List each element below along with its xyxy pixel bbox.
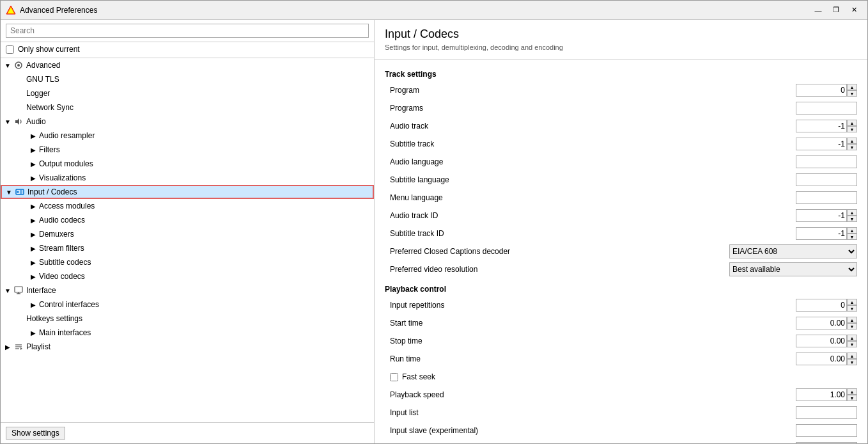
sidebar-item-access-modules[interactable]: ▶ Access modules <box>1 199 374 213</box>
program-spinbox-up[interactable]: ▲ <box>847 84 857 90</box>
sidebar-item-hotkeys-settings[interactable]: Hotkeys settings <box>1 312 374 326</box>
only-show-current-checkbox[interactable] <box>6 45 14 54</box>
playback-speed-spinbox-up[interactable]: ▲ <box>847 388 857 395</box>
input-list-input[interactable] <box>796 406 857 419</box>
sidebar-item-playlist[interactable]: ▶ Playlist <box>1 340 374 354</box>
sidebar-item-logger[interactable]: Logger <box>1 86 374 100</box>
playback-speed-spinbox-input[interactable] <box>796 388 847 401</box>
setting-label-input-slave: Input slave (experimental) <box>385 426 796 435</box>
page-subtitle: Settings for input, demultiplexing, deco… <box>385 44 857 51</box>
playback-speed-spinbox-down[interactable]: ▼ <box>847 395 857 401</box>
playback-speed-spinbox-buttons: ▲ ▼ <box>847 388 857 401</box>
run-time-spinbox-up[interactable]: ▲ <box>847 353 857 359</box>
sidebar-item-audio[interactable]: ▼ Audio <box>1 115 374 129</box>
setting-control-menu-language <box>796 191 857 204</box>
sidebar-item-subtitle-codecs[interactable]: ▶ Subtitle codecs <box>1 255 374 269</box>
setting-control-preferred-video-res: Best available 4K 1080p 720p 480p <box>729 262 857 276</box>
section-header-track-settings: Track settings <box>385 70 857 79</box>
menu-language-input[interactable] <box>796 191 857 204</box>
page-title: Input / Codecs <box>385 28 857 41</box>
chevron-down-icon: ▼ <box>3 117 12 126</box>
audio-track-spinbox-input[interactable] <box>796 120 847 132</box>
input-repetitions-spinbox-input[interactable] <box>796 299 847 312</box>
chevron-right-icon: ▶ <box>29 230 38 239</box>
sidebar-item-interface[interactable]: ▼ Interface <box>1 283 374 297</box>
setting-control-subtitle-track-id: ▲ ▼ <box>796 227 857 240</box>
stop-time-spinbox-input[interactable] <box>796 335 847 347</box>
audio-track-spinbox-up[interactable]: ▲ <box>847 120 857 126</box>
subtitle-track-spinbox-up[interactable]: ▲ <box>847 138 857 144</box>
spacer <box>16 103 25 112</box>
start-time-spinbox-input[interactable] <box>796 317 847 329</box>
program-spinbox-buttons: ▲ ▼ <box>847 84 857 97</box>
subtitle-track-id-spinbox-buttons: ▲ ▼ <box>847 227 857 240</box>
input-repetitions-spinbox-down[interactable]: ▼ <box>847 305 857 312</box>
programs-text-input[interactable] <box>796 102 857 115</box>
sidebar-item-video-codecs[interactable]: ▶ Video codecs <box>1 269 374 283</box>
sidebar-item-gnu-tls[interactable]: GNU TLS <box>1 72 374 86</box>
chevron-right-icon: ▶ <box>29 159 38 168</box>
maximize-button[interactable]: ❐ <box>828 4 844 17</box>
audio-track-spinbox-buttons: ▲ ▼ <box>847 120 857 132</box>
sidebar-item-label-main-interfaces: Main interfaces <box>39 328 91 337</box>
audio-track-id-spinbox-input[interactable] <box>796 209 847 222</box>
chevron-right-icon: ▶ <box>29 258 38 267</box>
sidebar-item-advanced[interactable]: ▼ Advanced <box>1 58 374 72</box>
setting-row-preferred-video-res: Preferred video resolution Best availabl… <box>385 262 857 277</box>
input-repetitions-spinbox-up[interactable]: ▲ <box>847 299 857 305</box>
preferred-video-res-dropdown[interactable]: Best available 4K 1080p 720p 480p <box>729 262 857 276</box>
sidebar-item-label-subtitle-codecs: Subtitle codecs <box>39 258 91 267</box>
setting-control-audio-track-id: ▲ ▼ <box>796 209 857 222</box>
tree-container: ▼ Advanced GNU TLS Logger Network Sync <box>1 58 374 422</box>
setting-row-fast-seek: Fast seek <box>385 369 857 385</box>
setting-control-program: ▲ ▼ <box>796 84 857 97</box>
stop-time-spinbox-up[interactable]: ▲ <box>847 335 857 341</box>
sidebar-item-visualizations[interactable]: ▶ Visualizations <box>1 171 374 185</box>
show-settings-button[interactable]: Show settings <box>6 427 65 440</box>
input-repetitions-spinbox-buttons: ▲ ▼ <box>847 299 857 312</box>
minimize-button[interactable]: — <box>810 4 826 17</box>
setting-row-program: Program ▲ ▼ <box>385 83 857 98</box>
only-show-current-label: Only show current <box>18 45 80 54</box>
setting-row-bookmarks-list: Bookmarks list for a stream <box>385 441 857 443</box>
preferred-cc-decoder-dropdown[interactable]: EIA/CEA 608 EIA/CEA 708 <box>729 244 857 258</box>
sidebar-item-output-modules[interactable]: ▶ Output modules <box>1 157 374 171</box>
sidebar-item-stream-filters[interactable]: ▶ Stream filters <box>1 241 374 255</box>
setting-control-audio-track: ▲ ▼ <box>796 120 857 132</box>
start-time-spinbox-down[interactable]: ▼ <box>847 323 857 329</box>
audio-track-id-spinbox-down[interactable]: ▼ <box>847 216 857 222</box>
sidebar-item-label-audio: Audio <box>26 117 46 126</box>
run-time-spinbox-input[interactable] <box>796 353 847 365</box>
sidebar-item-label-control-interfaces: Control interfaces <box>39 300 99 309</box>
run-time-spinbox-down[interactable]: ▼ <box>847 359 857 365</box>
setting-control-start-time: ▲ ▼ <box>796 317 857 329</box>
sidebar-item-audio-resampler[interactable]: ▶ Audio resampler <box>1 129 374 143</box>
subtitle-track-spinbox-down[interactable]: ▼ <box>847 144 857 150</box>
start-time-spinbox-up[interactable]: ▲ <box>847 317 857 323</box>
sidebar-item-network-sync[interactable]: Network Sync <box>1 100 374 115</box>
audio-language-input[interactable] <box>796 155 857 168</box>
program-spinbox-input[interactable] <box>796 84 847 97</box>
chevron-right-icon: ▶ <box>29 272 38 281</box>
subtitle-track-id-spinbox-up[interactable]: ▲ <box>847 227 857 234</box>
input-slave-input[interactable] <box>796 424 857 437</box>
sidebar-item-control-interfaces[interactable]: ▶ Control interfaces <box>1 297 374 312</box>
fast-seek-checkbox[interactable] <box>390 373 398 381</box>
search-input[interactable] <box>6 24 369 38</box>
bookmarks-list-input[interactable] <box>796 442 857 443</box>
stop-time-spinbox-down[interactable]: ▼ <box>847 341 857 347</box>
subtitle-track-id-spinbox-down[interactable]: ▼ <box>847 234 857 240</box>
close-button[interactable]: ✕ <box>846 4 862 17</box>
subtitle-track-id-spinbox-input[interactable] <box>796 227 847 240</box>
setting-label-menu-language: Menu language <box>385 193 796 202</box>
subtitle-track-spinbox-input[interactable] <box>796 138 847 150</box>
sidebar-item-main-interfaces[interactable]: ▶ Main interfaces <box>1 326 374 340</box>
subtitle-language-input[interactable] <box>796 173 857 186</box>
sidebar-item-demuxers[interactable]: ▶ Demuxers <box>1 227 374 241</box>
audio-track-id-spinbox-up[interactable]: ▲ <box>847 209 857 216</box>
sidebar-item-input-codecs[interactable]: ▼ Input / Codecs <box>1 185 374 199</box>
audio-track-spinbox-down[interactable]: ▼ <box>847 126 857 132</box>
sidebar-item-filters[interactable]: ▶ Filters <box>1 143 374 157</box>
program-spinbox-down[interactable]: ▼ <box>847 90 857 97</box>
sidebar-item-audio-codecs[interactable]: ▶ Audio codecs <box>1 213 374 227</box>
